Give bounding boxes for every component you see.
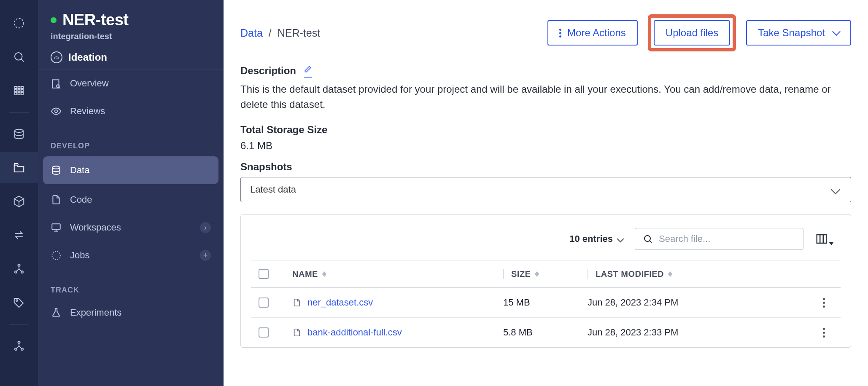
file-table: NAME SIZE LAST MODIFIED ner_dataset.csv … <box>251 260 841 347</box>
status-dot-icon <box>51 17 57 23</box>
file-modified: Jun 28, 2023 2:33 PM <box>588 327 807 338</box>
chevron-down-icon <box>831 185 841 195</box>
description-label: Description <box>240 64 851 78</box>
file-modified: Jun 28, 2023 2:34 PM <box>588 297 807 308</box>
search-input[interactable] <box>659 233 795 244</box>
sidebar-item-label: Jobs <box>70 250 89 261</box>
svg-rect-8 <box>21 90 23 92</box>
svg-rect-9 <box>15 93 17 95</box>
breadcrumb-root[interactable]: Data <box>240 27 263 39</box>
button-label: Take Snapshot <box>758 27 825 39</box>
svg-rect-20 <box>52 80 59 88</box>
breadcrumb-separator: / <box>269 27 272 39</box>
file-icon <box>292 328 302 337</box>
row-checkbox[interactable] <box>259 298 269 308</box>
svg-point-13 <box>18 264 20 266</box>
svg-rect-31 <box>817 235 827 243</box>
table-row[interactable]: bank-additional-full.csv 5.8 MB Jun 28, … <box>251 318 841 347</box>
svg-rect-5 <box>21 86 23 88</box>
svg-rect-3 <box>15 86 17 88</box>
button-label: More Actions <box>567 27 626 39</box>
svg-point-28 <box>52 251 60 260</box>
entries-label: 10 entries <box>569 233 613 244</box>
button-label: Upload files <box>666 27 718 39</box>
snapshots-label: Snapshots <box>240 161 851 173</box>
table-row[interactable]: ner_dataset.csv 15 MB Jun 28, 2023 2:34 … <box>251 288 841 318</box>
project-subtitle: integration-test <box>51 32 211 41</box>
sidebar-item-label: Data <box>70 165 89 176</box>
stage-label: Ideation <box>68 51 107 63</box>
sidebar-item-jobs[interactable]: Jobs + <box>38 241 224 269</box>
chevron-down-icon <box>831 27 839 39</box>
description-text: This is the default dataset provided for… <box>240 82 851 112</box>
edit-icon[interactable] <box>304 64 312 78</box>
sidebar-item-code[interactable]: Code <box>38 186 224 214</box>
sidebar-item-reviews[interactable]: Reviews <box>38 97 224 125</box>
row-menu-button[interactable] <box>807 298 841 308</box>
sort-icon <box>668 271 672 277</box>
file-size: 15 MB <box>503 297 588 308</box>
row-menu-button[interactable] <box>807 328 841 338</box>
snapshot-selected-value: Latest data <box>250 184 296 195</box>
svg-point-24 <box>52 166 59 169</box>
apps-grid-icon[interactable] <box>0 75 38 106</box>
project-title: NER-test <box>62 11 128 29</box>
cube-icon[interactable] <box>0 186 38 217</box>
svg-line-2 <box>21 59 24 62</box>
svg-rect-6 <box>15 90 17 92</box>
sidebar-item-label: Reviews <box>70 106 105 117</box>
sort-icon <box>322 271 326 277</box>
main-content: Data / NER-test More Actions Upload file… <box>224 0 868 386</box>
search-icon[interactable] <box>0 41 38 72</box>
sort-icon <box>535 271 539 277</box>
chevron-right-icon: › <box>200 222 211 233</box>
snapshot-select[interactable]: Latest data <box>240 177 851 202</box>
search-file-box[interactable] <box>635 228 803 250</box>
storage-size-label: Total Storage Size <box>240 124 851 136</box>
svg-point-23 <box>55 110 58 113</box>
sidebar-item-data[interactable]: Data <box>43 156 218 184</box>
tag-icon[interactable] <box>0 287 38 318</box>
swap-icon[interactable] <box>0 220 38 251</box>
select-all-checkbox[interactable] <box>259 269 269 279</box>
icon-rail <box>0 0 38 386</box>
folder-open-icon[interactable] <box>0 152 38 183</box>
svg-rect-10 <box>18 93 20 95</box>
file-table-card: 10 entries NAME SIZE LAST MODIFIED <box>240 214 851 348</box>
search-icon <box>643 234 653 244</box>
col-name[interactable]: NAME <box>292 269 503 279</box>
col-size[interactable]: SIZE <box>503 269 588 279</box>
column-settings-button[interactable] <box>815 233 834 245</box>
upload-files-button[interactable]: Upload files <box>654 20 730 46</box>
sidebar: NER-test integration-test Ideation Overv… <box>38 0 224 386</box>
logo-icon[interactable] <box>0 8 38 39</box>
annotation-highlight: Upload files <box>648 14 736 51</box>
file-icon <box>292 298 302 307</box>
vertical-dots-icon <box>559 29 561 38</box>
breadcrumb: Data / NER-test <box>240 27 320 39</box>
file-name[interactable]: bank-additional-full.csv <box>292 327 503 338</box>
plus-icon[interactable]: + <box>200 250 211 261</box>
take-snapshot-button[interactable]: Take Snapshot <box>746 20 851 46</box>
database-icon[interactable] <box>0 118 38 150</box>
entries-per-page-select[interactable]: 10 entries <box>569 233 623 244</box>
sidebar-item-label: Experiments <box>70 307 121 318</box>
svg-point-1 <box>15 53 22 60</box>
svg-rect-11 <box>21 93 23 95</box>
svg-point-12 <box>15 129 23 133</box>
model-icon[interactable] <box>0 253 38 284</box>
sidebar-item-label: Workspaces <box>70 222 121 233</box>
sidebar-item-label: Overview <box>70 78 109 89</box>
sidebar-item-experiments[interactable]: Experiments <box>38 299 224 327</box>
row-checkbox[interactable] <box>259 327 269 338</box>
project-header: NER-test integration-test Ideation <box>38 0 224 70</box>
file-name[interactable]: ner_dataset.csv <box>292 297 503 308</box>
col-modified[interactable]: LAST MODIFIED <box>588 269 807 279</box>
svg-rect-25 <box>52 224 60 229</box>
model2-icon[interactable] <box>0 330 38 362</box>
sidebar-item-overview[interactable]: Overview <box>38 70 224 97</box>
chevron-down-icon <box>617 236 624 243</box>
sidebar-item-workspaces[interactable]: Workspaces › <box>38 214 224 241</box>
project-stage[interactable]: Ideation <box>51 51 211 63</box>
more-actions-button[interactable]: More Actions <box>547 20 638 46</box>
